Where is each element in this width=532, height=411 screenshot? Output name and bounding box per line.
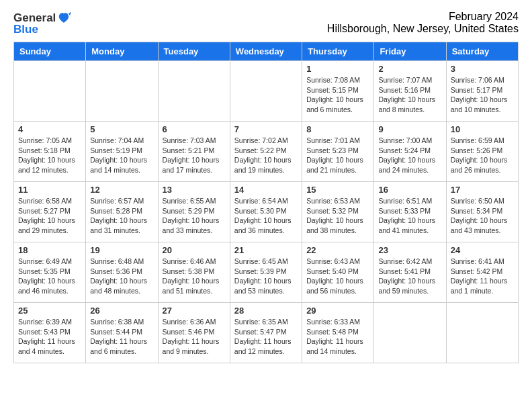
day-number: 28 <box>234 306 298 316</box>
day-info: Sunrise: 7:08 AM Sunset: 5:15 PM Dayligh… <box>306 75 369 115</box>
day-number: 4 <box>18 124 81 134</box>
calendar-day-2: 2Sunrise: 7:07 AM Sunset: 5:16 PM Daylig… <box>374 61 446 122</box>
calendar-day-13: 13Sunrise: 6:55 AM Sunset: 5:29 PM Dayli… <box>158 182 230 242</box>
weekday-header-friday: Friday <box>374 42 446 61</box>
day-info: Sunrise: 6:35 AM Sunset: 5:47 PM Dayligh… <box>234 317 298 357</box>
calendar-day-10: 10Sunrise: 6:59 AM Sunset: 5:26 PM Dayli… <box>446 122 518 182</box>
day-info: Sunrise: 6:59 AM Sunset: 5:26 PM Dayligh… <box>451 136 514 175</box>
day-number: 26 <box>90 306 153 316</box>
weekday-header-wednesday: Wednesday <box>230 42 302 61</box>
day-number: 1 <box>306 64 369 74</box>
day-number: 7 <box>234 124 298 134</box>
weekday-header-monday: Monday <box>86 42 158 61</box>
logo: General Blue <box>13 11 72 36</box>
calendar-week-row: 1Sunrise: 7:08 AM Sunset: 5:15 PM Daylig… <box>14 61 519 122</box>
day-number: 13 <box>163 185 226 195</box>
calendar-day-15: 15Sunrise: 6:53 AM Sunset: 5:32 PM Dayli… <box>302 182 374 242</box>
day-number: 11 <box>18 185 81 195</box>
calendar-header-row: SundayMondayTuesdayWednesdayThursdayFrid… <box>14 42 519 61</box>
day-number: 16 <box>378 185 441 195</box>
calendar-day-25: 25Sunrise: 6:39 AM Sunset: 5:43 PM Dayli… <box>14 303 86 363</box>
calendar-day-28: 28Sunrise: 6:35 AM Sunset: 5:47 PM Dayli… <box>230 303 302 363</box>
calendar-day-23: 23Sunrise: 6:42 AM Sunset: 5:41 PM Dayli… <box>374 242 446 303</box>
calendar-week-row: 4Sunrise: 7:05 AM Sunset: 5:18 PM Daylig… <box>14 122 519 182</box>
calendar-day-27: 27Sunrise: 6:36 AM Sunset: 5:46 PM Dayli… <box>158 303 230 363</box>
day-number: 2 <box>378 64 441 74</box>
day-info: Sunrise: 6:49 AM Sunset: 5:35 PM Dayligh… <box>18 257 81 296</box>
day-info: Sunrise: 6:39 AM Sunset: 5:43 PM Dayligh… <box>18 317 81 357</box>
day-number: 3 <box>451 64 514 74</box>
day-number: 21 <box>234 245 298 255</box>
day-info: Sunrise: 7:07 AM Sunset: 5:16 PM Dayligh… <box>378 75 441 115</box>
calendar-empty-cell <box>14 61 86 122</box>
day-info: Sunrise: 6:55 AM Sunset: 5:29 PM Dayligh… <box>163 196 226 236</box>
day-number: 6 <box>163 124 226 134</box>
day-info: Sunrise: 6:45 AM Sunset: 5:39 PM Dayligh… <box>234 257 298 296</box>
day-number: 19 <box>90 245 153 255</box>
calendar-day-21: 21Sunrise: 6:45 AM Sunset: 5:39 PM Dayli… <box>230 242 302 303</box>
calendar-day-4: 4Sunrise: 7:05 AM Sunset: 5:18 PM Daylig… <box>14 122 86 182</box>
weekday-header-saturday: Saturday <box>446 42 518 61</box>
calendar-day-8: 8Sunrise: 7:01 AM Sunset: 5:23 PM Daylig… <box>302 122 374 182</box>
day-info: Sunrise: 6:58 AM Sunset: 5:27 PM Dayligh… <box>18 196 81 236</box>
day-info: Sunrise: 6:54 AM Sunset: 5:30 PM Dayligh… <box>234 196 298 236</box>
weekday-header-sunday: Sunday <box>14 42 86 61</box>
day-number: 8 <box>306 124 369 134</box>
day-number: 29 <box>306 306 369 316</box>
day-number: 9 <box>378 124 441 134</box>
calendar-table: SundayMondayTuesdayWednesdayThursdayFrid… <box>13 42 519 363</box>
day-info: Sunrise: 6:36 AM Sunset: 5:46 PM Dayligh… <box>163 317 226 357</box>
calendar-day-24: 24Sunrise: 6:41 AM Sunset: 5:42 PM Dayli… <box>446 242 518 303</box>
calendar-empty-cell <box>446 303 518 363</box>
day-number: 14 <box>234 185 298 195</box>
day-number: 24 <box>451 245 514 255</box>
weekday-header-thursday: Thursday <box>302 42 374 61</box>
calendar-day-1: 1Sunrise: 7:08 AM Sunset: 5:15 PM Daylig… <box>302 61 374 122</box>
day-number: 15 <box>306 185 369 195</box>
day-info: Sunrise: 6:41 AM Sunset: 5:42 PM Dayligh… <box>451 257 514 296</box>
page-title: February 2024 <box>13 11 519 23</box>
calendar-week-row: 25Sunrise: 6:39 AM Sunset: 5:43 PM Dayli… <box>14 303 519 363</box>
calendar-day-26: 26Sunrise: 6:38 AM Sunset: 5:44 PM Dayli… <box>86 303 158 363</box>
day-info: Sunrise: 7:01 AM Sunset: 5:23 PM Dayligh… <box>306 136 369 175</box>
calendar-day-17: 17Sunrise: 6:50 AM Sunset: 5:34 PM Dayli… <box>446 182 518 242</box>
calendar-day-6: 6Sunrise: 7:03 AM Sunset: 5:21 PM Daylig… <box>158 122 230 182</box>
day-info: Sunrise: 6:53 AM Sunset: 5:32 PM Dayligh… <box>306 196 369 236</box>
day-info: Sunrise: 6:57 AM Sunset: 5:28 PM Dayligh… <box>90 196 153 236</box>
calendar-empty-cell <box>374 303 446 363</box>
page-subtitle: Hillsborough, New Jersey, United States <box>13 23 519 35</box>
calendar-empty-cell <box>230 61 302 122</box>
logo-bird-icon <box>56 11 71 26</box>
day-number: 27 <box>163 306 226 316</box>
day-info: Sunrise: 6:42 AM Sunset: 5:41 PM Dayligh… <box>378 257 441 296</box>
calendar-week-row: 11Sunrise: 6:58 AM Sunset: 5:27 PM Dayli… <box>14 182 519 242</box>
day-info: Sunrise: 6:46 AM Sunset: 5:38 PM Dayligh… <box>163 257 226 296</box>
day-number: 12 <box>90 185 153 195</box>
calendar-day-22: 22Sunrise: 6:43 AM Sunset: 5:40 PM Dayli… <box>302 242 374 303</box>
calendar-day-14: 14Sunrise: 6:54 AM Sunset: 5:30 PM Dayli… <box>230 182 302 242</box>
day-info: Sunrise: 6:43 AM Sunset: 5:40 PM Dayligh… <box>306 257 369 296</box>
calendar-day-18: 18Sunrise: 6:49 AM Sunset: 5:35 PM Dayli… <box>14 242 86 303</box>
calendar-day-29: 29Sunrise: 6:33 AM Sunset: 5:48 PM Dayli… <box>302 303 374 363</box>
calendar-day-3: 3Sunrise: 7:06 AM Sunset: 5:17 PM Daylig… <box>446 61 518 122</box>
day-info: Sunrise: 6:33 AM Sunset: 5:48 PM Dayligh… <box>306 317 369 357</box>
weekday-header-tuesday: Tuesday <box>158 42 230 61</box>
day-number: 17 <box>451 185 514 195</box>
calendar-day-12: 12Sunrise: 6:57 AM Sunset: 5:28 PM Dayli… <box>86 182 158 242</box>
day-info: Sunrise: 6:38 AM Sunset: 5:44 PM Dayligh… <box>90 317 153 357</box>
day-number: 22 <box>306 245 369 255</box>
day-number: 25 <box>18 306 81 316</box>
calendar-day-16: 16Sunrise: 6:51 AM Sunset: 5:33 PM Dayli… <box>374 182 446 242</box>
calendar-day-7: 7Sunrise: 7:02 AM Sunset: 5:22 PM Daylig… <box>230 122 302 182</box>
day-info: Sunrise: 7:06 AM Sunset: 5:17 PM Dayligh… <box>451 75 514 115</box>
calendar-week-row: 18Sunrise: 6:49 AM Sunset: 5:35 PM Dayli… <box>14 242 519 303</box>
day-info: Sunrise: 7:04 AM Sunset: 5:19 PM Dayligh… <box>90 136 153 175</box>
day-number: 5 <box>90 124 153 134</box>
day-info: Sunrise: 7:05 AM Sunset: 5:18 PM Dayligh… <box>18 136 81 175</box>
day-info: Sunrise: 6:51 AM Sunset: 5:33 PM Dayligh… <box>378 196 441 236</box>
calendar-empty-cell <box>86 61 158 122</box>
day-info: Sunrise: 6:50 AM Sunset: 5:34 PM Dayligh… <box>451 196 514 236</box>
page-header: General Blue February 2024 Hillsborough,… <box>13 11 519 36</box>
day-info: Sunrise: 7:03 AM Sunset: 5:21 PM Dayligh… <box>163 136 226 175</box>
day-number: 10 <box>451 124 514 134</box>
